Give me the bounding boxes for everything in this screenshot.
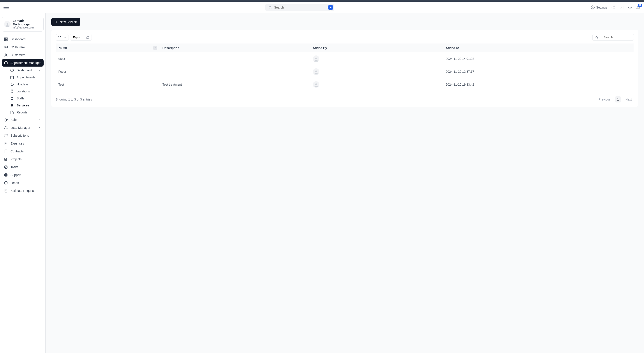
user-avatar — [313, 56, 319, 62]
cell-added-at: 2024-11-20 12:37:17 — [443, 65, 634, 78]
user-icon — [4, 53, 8, 57]
pagination-page-1[interactable]: 1 — [615, 96, 621, 102]
new-service-button[interactable]: New Service — [51, 18, 80, 26]
nav-support[interactable]: Support — [2, 171, 44, 179]
subnav-holidays[interactable]: Holidays — [8, 81, 44, 88]
org-email: info@zonvoir.com — [13, 26, 41, 29]
col-name[interactable]: Name — [56, 44, 160, 52]
svg-rect-47 — [6, 158, 6, 160]
org-avatar — [4, 21, 10, 27]
nav-dashboard[interactable]: Dashboard — [2, 36, 44, 43]
services-table-card: 25 Export — [51, 30, 638, 107]
svg-rect-46 — [5, 159, 6, 160]
nav-label: Appointments — [17, 76, 36, 79]
nav-lead-manager[interactable]: Lead Manager — [2, 124, 44, 132]
clock-button[interactable] — [628, 5, 632, 10]
org-card[interactable]: Zonvoir Technology info@zonvoir.com — [2, 17, 44, 32]
svg-point-69 — [315, 84, 317, 85]
nav-contracts[interactable]: Contracts — [2, 148, 44, 155]
nav-leads[interactable]: Leads — [2, 179, 44, 186]
subnav-reports[interactable]: Reports — [8, 109, 44, 116]
nav-label: Sales — [10, 118, 18, 122]
nav-expenses[interactable]: Expenses — [2, 140, 44, 147]
refresh-button[interactable] — [84, 34, 92, 40]
svg-point-0 — [269, 6, 271, 8]
nav-subscriptions[interactable]: Subscriptions — [2, 132, 44, 139]
svg-rect-13 — [4, 38, 6, 39]
svg-rect-14 — [6, 38, 8, 39]
file-icon — [10, 110, 14, 114]
chevron-left-icon — [38, 118, 42, 121]
svg-line-51 — [5, 174, 6, 174]
calendar-icon — [10, 75, 14, 79]
svg-point-48 — [4, 166, 8, 168]
svg-line-9 — [613, 6, 614, 7]
table-row[interactable]: Fever 2024-11-20 12:37:17 — [56, 65, 634, 78]
cell-name: etest — [56, 52, 160, 65]
nav-label: Locations — [17, 90, 30, 93]
table-row[interactable]: Test Test treatment 2024-11-20 19:33:42 — [56, 78, 634, 91]
chart-icon — [4, 157, 8, 161]
export-button[interactable]: Export — [70, 34, 84, 40]
nav-cash-flow[interactable]: Cash Flow — [2, 43, 44, 51]
subnav-staffs[interactable]: Staffs — [8, 95, 44, 102]
nav-estimate-request[interactable]: Estimate Request — [2, 187, 44, 194]
note-icon — [4, 149, 8, 153]
page-size-select[interactable]: 25 — [56, 34, 69, 40]
menu-toggle-button[interactable] — [4, 5, 9, 10]
nav-label: Dashboard — [10, 38, 26, 41]
share-button[interactable] — [611, 5, 616, 10]
svg-point-19 — [5, 54, 6, 55]
nav-sales[interactable]: Sales — [2, 116, 44, 124]
services-table: Name Description Added By Added at etest… — [56, 44, 634, 91]
top-strip — [0, 0, 644, 2]
nav-label: Leads — [10, 181, 19, 184]
table-search-input[interactable] — [601, 34, 634, 40]
chevron-down-icon — [64, 36, 66, 39]
search-icon — [595, 36, 598, 39]
nav-label: Reports — [17, 110, 28, 114]
svg-point-4 — [592, 7, 594, 8]
cup-icon — [10, 82, 14, 86]
nav-label: Holidays — [17, 82, 28, 86]
nav-label: Appointment Manager — [10, 61, 41, 64]
svg-line-8 — [613, 8, 614, 8]
cell-description — [160, 65, 310, 78]
col-added-at[interactable]: Added at — [443, 44, 634, 52]
nav-customers[interactable]: Customers — [2, 51, 44, 59]
cell-description — [160, 52, 310, 65]
nav-label: Cash Flow — [10, 45, 25, 49]
subnav-dashboard[interactable]: Dashboard — [8, 67, 44, 74]
col-description[interactable]: Description — [160, 44, 310, 52]
pagination-previous[interactable]: Previous — [596, 96, 613, 102]
svg-line-39 — [6, 128, 7, 128]
subnav-appointments[interactable]: Appointments — [8, 74, 44, 80]
col-label: Added at — [446, 46, 459, 50]
svg-rect-15 — [6, 40, 8, 41]
check-button[interactable] — [620, 5, 624, 10]
table-search-icon-box — [592, 34, 601, 40]
nav-projects[interactable]: Projects — [2, 156, 44, 163]
lifebuoy-icon — [4, 173, 8, 177]
quick-add-button[interactable] — [328, 4, 334, 10]
cell-name: Test — [56, 78, 160, 91]
settings-button[interactable]: Settings — [591, 6, 607, 10]
svg-point-18 — [6, 47, 6, 48]
subnav-locations[interactable]: Locations — [8, 88, 44, 94]
pagination-next[interactable]: Next — [623, 96, 634, 102]
nav-appointment-manager[interactable]: Appointment Manager — [2, 59, 44, 66]
svg-point-32 — [12, 106, 13, 106]
nav-tasks[interactable]: Tasks — [2, 163, 44, 171]
svg-rect-17 — [4, 46, 8, 48]
pin-icon — [10, 89, 14, 93]
global-search-input[interactable] — [274, 6, 326, 9]
nav-label: Expenses — [10, 142, 24, 145]
col-added-by[interactable]: Added By — [310, 44, 443, 52]
svg-point-30 — [12, 97, 13, 98]
table-row[interactable]: etest 2024-11-22 14:01:02 — [56, 52, 634, 65]
svg-line-66 — [597, 38, 598, 38]
nav-label: Support — [10, 173, 21, 177]
cell-name: Fever — [56, 65, 160, 78]
notifications-button[interactable]: 12 — [636, 5, 640, 10]
subnav-services[interactable]: Services — [8, 102, 44, 108]
